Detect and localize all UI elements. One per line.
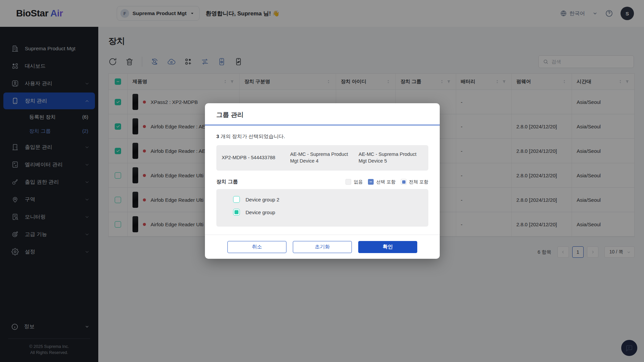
selected-devices-panel: XP2-MDPB - 544433788AE-MC - Suprema Prod… [216,145,428,171]
device-groups-list: Device group 2Device group [216,189,428,227]
confirm-button[interactable]: 확인 [358,241,417,253]
legend-label: 전체 포함 [409,179,428,185]
legend-item-none: 없음 [345,179,363,185]
group-name: Device group [246,209,275,215]
legend-full-checkbox-icon [401,179,407,185]
group-management-modal: 그룹 관리 3 개의 장치가 선택되었습니다. XP2-MDPB - 54443… [205,103,440,259]
group-name: Device group 2 [246,197,279,202]
device-group-label: 장치 그룹 [216,179,238,185]
modal-title: 그룹 관리 [216,111,428,119]
group-checkbox[interactable] [233,209,240,216]
legend-item-full: 전체 포함 [401,179,428,185]
legend-label: 없음 [354,179,363,185]
modal-header: 그룹 관리 [205,103,440,125]
legend-label: 선택 포함 [376,179,395,185]
legend-partial-checkbox-icon [368,179,374,185]
modal-body: 3 개의 장치가 선택되었습니다. XP2-MDPB - 544433788AE… [205,125,440,235]
selected-device-chip: AE-MC - Suprema Product Mgt Device 4 [290,151,355,164]
selected-text: 개의 장치가 선택되었습니다. [219,133,285,139]
legend-item-partial: 선택 포함 [368,179,395,185]
device-group-item[interactable]: Device group 2 [216,193,428,206]
reset-button[interactable]: 초기화 [293,241,352,253]
legend-none-checkbox-icon [345,179,351,185]
modal-footer: 취소 초기화 확인 [205,235,440,259]
device-group-row: 장치 그룹 없음선택 포함전체 포함 [216,179,428,185]
selected-devices-summary: 3 개의 장치가 선택되었습니다. [216,133,428,140]
selected-device-chip: AE-MC - Suprema Product Mgt Device 5 [359,151,423,164]
group-checkbox[interactable] [233,196,240,203]
biostar-air-app: BioStar Air F Suprema Product Mgt 환영합니다,… [0,0,644,362]
device-group-item[interactable]: Device group [216,206,428,219]
selection-legend: 없음선택 포함전체 포함 [345,179,428,185]
cancel-button[interactable]: 취소 [227,241,286,253]
selected-device-chip: XP2-MDPB - 544433788 [222,155,286,161]
